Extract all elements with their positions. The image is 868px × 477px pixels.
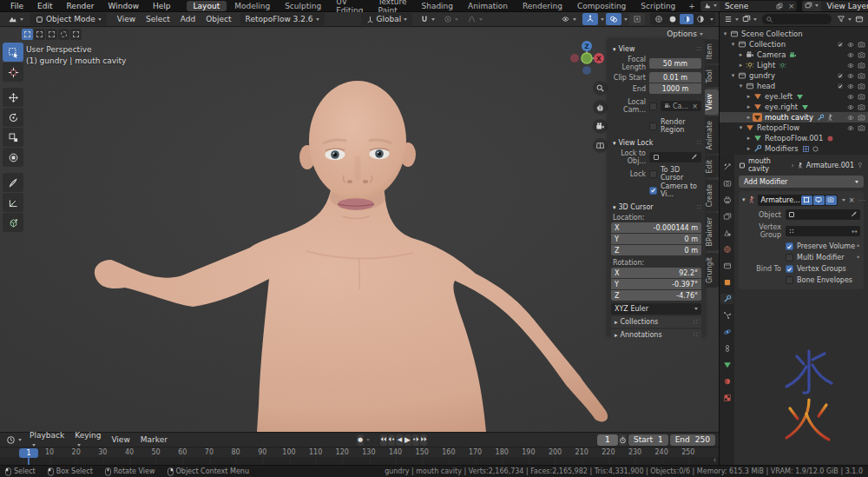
disable-render-camera-icon[interactable] — [858, 124, 865, 132]
tool-cursor[interactable] — [3, 63, 23, 82]
outliner-editor-type-button[interactable] — [722, 13, 740, 26]
tool-add-cube[interactable] — [3, 213, 23, 232]
view-section-header[interactable]: ▾View∷ — [613, 45, 701, 53]
collections-section-header[interactable]: ▸Collections∷ — [611, 316, 701, 328]
hide-viewport-eye-icon[interactable] — [846, 103, 855, 111]
tab-material[interactable] — [720, 376, 733, 387]
modifier-object-field[interactable] — [786, 209, 860, 220]
navigation-gizmo[interactable]: Z X — [566, 37, 608, 79]
cursor-location-x-field[interactable]: X-0.000144 m — [611, 222, 701, 233]
timeline-ruler[interactable]: 1020304050607080901001101201301401501601… — [0, 447, 719, 465]
transform-orientation-selector[interactable]: Global — [361, 13, 413, 25]
play-reverse-button[interactable]: ◀ — [396, 434, 403, 446]
hide-viewport-eye-icon[interactable] — [846, 124, 855, 132]
local-camera-checkbox[interactable] — [649, 103, 657, 110]
tab-collection[interactable] — [720, 261, 733, 271]
cursor-rotation-z-field[interactable]: Z-4.76° — [611, 290, 701, 301]
menu-render[interactable]: Render — [60, 2, 102, 10]
add-workspace-button[interactable]: + — [683, 2, 700, 10]
view-layer-icon[interactable] — [802, 1, 821, 11]
outliner-row-mouth-cavity[interactable]: ▸ mouth cavity — [720, 112, 868, 123]
modifier-name-field[interactable]: Armature... — [758, 195, 838, 206]
jump-to-end-button[interactable]: ⏵⏵ — [420, 434, 427, 446]
camera-to-view-checkbox[interactable] — [649, 187, 657, 195]
view-layer-selector[interactable]: View Layer × — [802, 1, 868, 11]
outliner-row-head[interactable]: ▾ head — [720, 81, 868, 91]
select-intersect-mode-button[interactable] — [70, 29, 82, 40]
tab-constraints[interactable] — [720, 343, 733, 354]
menu-object[interactable]: Object — [201, 15, 236, 23]
outliner-filter-button[interactable] — [835, 13, 853, 26]
disclosure-icon[interactable]: ▸ — [737, 51, 745, 58]
collapse-summary-icon[interactable]: ‹ — [713, 456, 716, 464]
outliner-row-modifiers[interactable]: ▸ Modifiers — [720, 143, 868, 154]
workspace-tab-sculpting[interactable]: Sculpting — [278, 1, 328, 11]
snap-toggle[interactable] — [416, 13, 439, 26]
expand-panel-icon[interactable]: ▾ — [742, 196, 746, 203]
tool-measure[interactable] — [3, 193, 23, 212]
workspace-tab-modeling[interactable]: Modeling — [227, 1, 277, 11]
frame-start-field[interactable]: Start1 — [628, 434, 668, 446]
multi-modifier-checkbox[interactable] — [786, 254, 793, 262]
outliner-row-collection[interactable]: ▾ Collection — [720, 39, 868, 50]
outliner-row-retopoflow[interactable]: ▾ RetopoFlow — [720, 123, 868, 133]
outliner-row-scene-collection[interactable]: ▾ Scene Collection — [720, 29, 868, 39]
pan-hand-icon[interactable] — [593, 100, 608, 115]
menu-edit[interactable]: Edit — [30, 2, 59, 10]
tab-world[interactable] — [720, 244, 733, 255]
tab-object[interactable] — [720, 277, 733, 288]
cursor-rotation-y-field[interactable]: Y-0.397° — [611, 279, 701, 289]
bone-envelopes-checkbox[interactable] — [786, 276, 793, 284]
hide-viewport-eye-icon[interactable] — [846, 72, 855, 80]
cursor-section-header[interactable]: ▾3D Cursor∷ — [613, 203, 701, 211]
disclosure-icon[interactable]: ▾ — [737, 83, 745, 89]
mode-selector[interactable]: Object Mode — [30, 13, 107, 25]
xray-toggle[interactable] — [629, 13, 645, 25]
exclude-checkbox[interactable] — [837, 83, 844, 89]
disclosure-icon[interactable]: ▾ — [729, 72, 737, 79]
tab-render[interactable] — [720, 178, 733, 189]
unlink-scene-icon[interactable]: × — [786, 2, 798, 10]
editor-type-button[interactable] — [3, 13, 28, 26]
modifier-extras-dropdown-icon[interactable] — [842, 199, 845, 202]
disclosure-icon[interactable]: ▾ — [721, 30, 729, 37]
scene-selector[interactable]: Scene × — [700, 1, 798, 11]
disable-render-camera-icon[interactable] — [858, 114, 865, 122]
tab-object-data[interactable] — [720, 360, 733, 370]
disable-render-camera-icon[interactable] — [858, 93, 865, 101]
shading-rendered-button[interactable] — [694, 14, 707, 24]
shading-wireframe-button[interactable] — [652, 14, 666, 24]
disable-render-camera-icon[interactable] — [858, 103, 865, 111]
lock-to-object-field[interactable] — [649, 152, 701, 162]
tab-texture[interactable] — [720, 393, 733, 403]
hide-viewport-eye-icon[interactable] — [846, 51, 855, 59]
menu-window[interactable]: Window — [102, 2, 147, 10]
menu-view[interactable]: View — [112, 15, 141, 23]
tab-scene[interactable] — [720, 228, 733, 238]
show-visibility-dropdown[interactable] — [556, 13, 581, 26]
previous-keyframe-button[interactable]: ⏴• — [388, 434, 395, 446]
preserve-volume-checkbox[interactable] — [786, 242, 793, 250]
disable-render-camera-icon[interactable] — [858, 41, 865, 49]
retopoflow-menu[interactable]: RetopoFlow 3.2.6 — [240, 13, 325, 25]
outliner-row-light[interactable]: ▸ Light — [720, 60, 868, 70]
disable-render-camera-icon[interactable] — [858, 72, 865, 80]
rotation-mode-dropdown[interactable]: XYZ Euler — [611, 303, 701, 315]
focal-length-field[interactable]: 50 mm — [649, 58, 701, 69]
tab-modifiers[interactable] — [720, 294, 733, 304]
shading-solid-button[interactable] — [666, 14, 680, 24]
panel-options-icon[interactable]: ⋯ — [858, 196, 865, 204]
select-set-mode-button[interactable] — [22, 29, 33, 40]
playhead-line[interactable] — [28, 457, 30, 465]
invert-vertex-group-icon[interactable]: ↔ — [852, 228, 858, 235]
tool-annotate[interactable] — [3, 173, 23, 192]
render-toggle[interactable] — [825, 195, 837, 205]
next-keyframe-button[interactable]: •⏵ — [412, 434, 419, 446]
menu-timeline-view[interactable]: View — [106, 435, 135, 444]
tab-view-layer[interactable] — [720, 211, 733, 222]
gizmo-x-axis[interactable]: X — [596, 55, 602, 63]
outliner-display-mode-button[interactable] — [740, 13, 759, 26]
view-layer-name[interactable]: View Layer — [821, 2, 868, 10]
workspace-tab-layout[interactable]: Layout — [187, 1, 227, 11]
vertex-groups-checkbox[interactable] — [786, 265, 793, 273]
